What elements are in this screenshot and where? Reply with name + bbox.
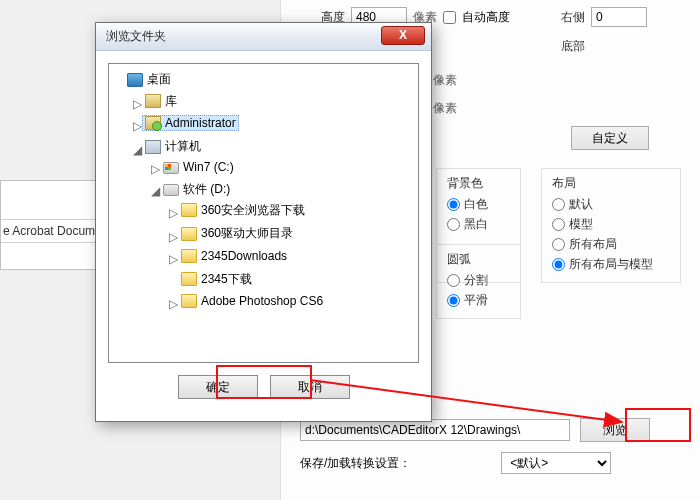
expander-icon[interactable]: ▷ (133, 119, 142, 133)
expander-icon[interactable]: ▷ (169, 297, 178, 311)
layout-all-model-radio[interactable] (552, 258, 565, 271)
tree-node-computer[interactable]: 计算机 (142, 137, 204, 156)
close-button[interactable]: X (381, 26, 425, 45)
drive-icon (163, 162, 179, 174)
library-icon (145, 94, 161, 108)
tree-node-folder[interactable]: 2345Downloads (178, 248, 290, 264)
layout-default-label: 默认 (569, 196, 593, 213)
arc-smooth-label: 平滑 (464, 292, 488, 309)
tree-node-drive-d[interactable]: 软件 (D:) (160, 180, 233, 199)
desktop-icon (127, 73, 143, 87)
folder-icon (181, 294, 197, 308)
tree-node-drive-c[interactable]: Win7 (C:) (160, 159, 237, 175)
bgcolor-black-label: 黑白 (464, 216, 488, 233)
bgcolor-white-radio[interactable] (447, 198, 460, 211)
pixel-unit-2: 像素 (433, 72, 457, 89)
bottom-label: 底部 (561, 38, 585, 55)
layout-default-radio[interactable] (552, 198, 565, 211)
auto-height-label: 自动高度 (462, 9, 510, 26)
right-input[interactable] (591, 7, 647, 27)
auto-height-checkbox[interactable] (443, 11, 456, 24)
right-label: 右侧 (561, 9, 585, 26)
tree-node-desktop[interactable]: 桌面 (124, 70, 174, 89)
folder-icon (181, 227, 197, 241)
arc-split-radio[interactable] (447, 274, 460, 287)
path-input[interactable] (300, 419, 570, 441)
layout-title: 布局 (552, 175, 670, 192)
expander-icon[interactable]: ▷ (151, 162, 160, 176)
folder-icon (181, 272, 197, 286)
folder-icon (181, 203, 197, 217)
folder-icon (181, 249, 197, 263)
save-load-combo[interactable]: <默认> (501, 452, 611, 474)
bgcolor-white-label: 白色 (464, 196, 488, 213)
expander-icon[interactable]: ▷ (169, 206, 178, 220)
arc-title: 圆弧 (447, 251, 510, 268)
layout-model-label: 模型 (569, 216, 593, 233)
expander-icon[interactable]: ▷ (169, 230, 178, 244)
tree-node-folder[interactable]: 2345下载 (178, 270, 255, 289)
layout-all-radio[interactable] (552, 238, 565, 251)
bgcolor-black-radio[interactable] (447, 218, 460, 231)
arc-split-label: 分割 (464, 272, 488, 289)
cancel-button[interactable]: 取消 (270, 375, 350, 399)
dialog-title: 浏览文件夹 (106, 28, 166, 45)
pixel-unit-3: 像素 (433, 100, 457, 117)
tree-node-library[interactable]: 库 (142, 92, 180, 111)
save-load-label: 保存/加载转换设置： (300, 455, 411, 472)
layout-all-label: 所有布局 (569, 236, 617, 253)
expander-icon[interactable]: ▷ (133, 97, 142, 111)
tree-node-folder[interactable]: 360安全浏览器下载 (178, 201, 308, 220)
computer-icon (145, 140, 161, 154)
tree-node-user[interactable]: Administrator (142, 115, 239, 131)
drive-icon (163, 184, 179, 196)
browse-folder-dialog: 浏览文件夹 X 桌面 ▷库 ▷Administrator ◢计算机 ▷Win7 … (95, 22, 432, 422)
folder-tree[interactable]: 桌面 ▷库 ▷Administrator ◢计算机 ▷Win7 (C:) ◢软件… (108, 63, 419, 363)
expander-icon[interactable]: ◢ (151, 184, 160, 198)
layout-all-model-label: 所有布局与模型 (569, 256, 653, 273)
tree-node-folder[interactable]: Adobe Photoshop CS6 (178, 293, 326, 309)
bgcolor-title: 背景色 (447, 175, 510, 192)
expander-icon[interactable]: ◢ (133, 143, 142, 157)
arc-smooth-radio[interactable] (447, 294, 460, 307)
expander-icon[interactable]: ▷ (169, 252, 178, 266)
browse-button[interactable]: 浏览 (580, 418, 650, 442)
ok-button[interactable]: 确定 (178, 375, 258, 399)
dialog-titlebar[interactable]: 浏览文件夹 X (96, 23, 431, 51)
custom-button[interactable]: 自定义 (571, 126, 649, 150)
tree-node-folder[interactable]: 360驱动大师目录 (178, 224, 296, 243)
layout-model-radio[interactable] (552, 218, 565, 231)
user-folder-icon (145, 116, 161, 130)
